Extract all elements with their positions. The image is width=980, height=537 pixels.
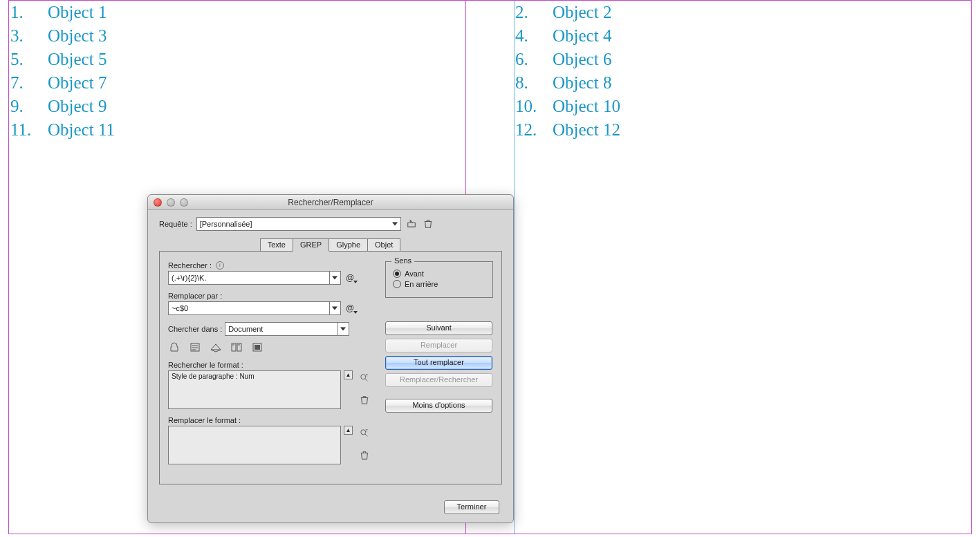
replace-format-box[interactable]: [168, 426, 341, 464]
svg-text:T: T: [366, 428, 369, 433]
list-number: 7.: [10, 71, 48, 95]
format-area: Rechercher le format : Style de paragrap…: [168, 361, 376, 464]
find-format-value: Style de paragraphe : Num: [172, 373, 255, 380]
list-item: 8.Object 8: [515, 71, 958, 95]
tab-texte[interactable]: Texte: [260, 238, 293, 252]
replace-special-chars-button[interactable]: @: [344, 302, 356, 314]
find-field[interactable]: (.+\r){2}\K.: [168, 271, 341, 285]
close-window-button[interactable]: [154, 198, 162, 207]
clear-find-format-button[interactable]: [358, 394, 371, 406]
list-number: 6.: [515, 48, 553, 71]
tab-glyphe[interactable]: Glyphe: [329, 238, 368, 252]
zoom-window-button: [180, 198, 188, 207]
svg-text:T: T: [366, 373, 369, 377]
direction-fieldset: Sens Avant En arrière: [385, 261, 493, 298]
find-field-row: (.+\r){2}\K. @: [168, 271, 376, 285]
dropdown-handle[interactable]: [338, 323, 349, 335]
list-text: Object 6: [553, 48, 611, 71]
button-stack: Suivant Remplacer Tout remplacer Remplac…: [385, 321, 493, 416]
tab-grep[interactable]: GREP: [293, 238, 329, 252]
locked-layers-icon[interactable]: [168, 341, 181, 352]
list-text: Object 3: [48, 24, 107, 48]
list-text: Object 8: [553, 71, 611, 95]
replace-format-block: Remplacer le format : ▲: [168, 416, 376, 464]
list-item: 9.Object 9: [10, 95, 453, 118]
locked-stories-icon[interactable]: [189, 341, 201, 352]
info-icon[interactable]: i: [216, 261, 224, 270]
list-text: Object 1: [48, 1, 107, 24]
direction-backward-row[interactable]: En arrière: [393, 280, 486, 288]
list-item: 1.Object 1: [10, 1, 453, 24]
dialog-footer: Terminer: [444, 500, 499, 514]
replace-all-button[interactable]: Tout remplacer: [385, 356, 492, 370]
save-icon: [407, 219, 416, 229]
replace-format-row: ▲ T: [168, 426, 376, 464]
find-next-button[interactable]: Suivant: [385, 321, 492, 335]
list-number: 12.: [515, 118, 553, 142]
direction-forward-label: Avant: [405, 270, 424, 278]
text-column-left: 1.Object 13.Object 35.Object 57.Object 7…: [10, 1, 453, 142]
radio-forward[interactable]: [393, 270, 401, 278]
replace-field[interactable]: ~c$0: [168, 301, 341, 315]
replace-field-row: ~c$0 @: [168, 301, 376, 315]
window-controls: [148, 198, 188, 207]
dropdown-handle[interactable]: [329, 272, 340, 284]
direction-forward-row[interactable]: Avant: [393, 270, 486, 278]
scroll-up-icon[interactable]: ▲: [344, 426, 353, 435]
find-format-label: Rechercher le format :: [168, 361, 243, 369]
list-item: 2.Object 2: [515, 1, 958, 24]
find-format-row: Style de paragraphe : Num ▲ T: [168, 370, 376, 409]
done-button[interactable]: Terminer: [444, 500, 499, 514]
replace-label-row: Remplacer par :: [168, 292, 376, 300]
specify-find-format-button[interactable]: T: [358, 372, 371, 384]
minimize-window-button: [167, 198, 175, 207]
hidden-layers-icon[interactable]: [210, 341, 222, 352]
query-label: Requête :: [159, 220, 192, 228]
find-format-box[interactable]: Style de paragraphe : Num: [168, 370, 341, 409]
direction-backward-label: En arrière: [405, 280, 438, 288]
list-number: 10.: [515, 95, 553, 118]
list-number: 9.: [10, 95, 48, 118]
find-change-dialog: Rechercher/Remplacer Requête : [Personna…: [147, 194, 514, 523]
radio-backward[interactable]: [393, 280, 401, 288]
list-item: 3.Object 3: [10, 24, 453, 48]
replace-find-button[interactable]: Remplacer/Rechercher: [385, 373, 492, 387]
scope-select[interactable]: Document: [225, 322, 349, 336]
delete-query-icon[interactable]: [422, 218, 434, 230]
list-item: 12.Object 12: [515, 118, 958, 142]
list-text: Object 2: [553, 1, 611, 24]
dialog-titlebar: Rechercher/Remplacer: [148, 195, 513, 210]
panel-left-column: Rechercher : i (.+\r){2}\K. @ Remplacer …: [168, 261, 376, 471]
query-row: Requête : [Personnalisée]: [159, 217, 502, 231]
tab-objet[interactable]: Objet: [367, 238, 400, 252]
query-select[interactable]: [Personnalisée]: [196, 217, 401, 231]
scope-value: Document: [228, 325, 263, 333]
list-text: Object 12: [553, 118, 620, 142]
list-text: Object 4: [553, 24, 611, 48]
clear-replace-format-button[interactable]: [358, 449, 371, 462]
dropdown-handle[interactable]: [329, 302, 340, 314]
at-icon: @: [346, 273, 354, 283]
footnotes-icon[interactable]: [251, 341, 264, 352]
find-label-row: Rechercher : i: [168, 261, 376, 270]
list-item: 6.Object 6: [515, 48, 958, 71]
replace-button[interactable]: Remplacer: [385, 339, 492, 352]
svg-rect-4: [255, 345, 260, 350]
list-number: 3.: [10, 24, 48, 48]
list-item: 5.Object 5: [10, 48, 453, 71]
save-query-icon[interactable]: [405, 218, 418, 230]
scope-label: Chercher dans :: [168, 325, 222, 333]
list-item: 7.Object 7: [10, 71, 453, 95]
list-number: 1.: [10, 1, 48, 24]
list-item: 11.Object 11: [10, 118, 453, 142]
specify-replace-format-button[interactable]: T: [358, 427, 371, 440]
panel-right-column: Sens Avant En arrière Suivant R: [385, 261, 493, 471]
list-number: 2.: [515, 1, 553, 24]
scope-icon-row: [168, 341, 376, 352]
list-item: 10.Object 10: [515, 95, 958, 118]
find-field-value: (.+\r){2}\K.: [172, 274, 206, 282]
scroll-up-icon[interactable]: ▲: [344, 370, 353, 379]
master-pages-icon[interactable]: [230, 341, 243, 352]
find-special-chars-button[interactable]: @: [344, 272, 356, 284]
fewer-options-button[interactable]: Moins d'options: [385, 399, 492, 413]
